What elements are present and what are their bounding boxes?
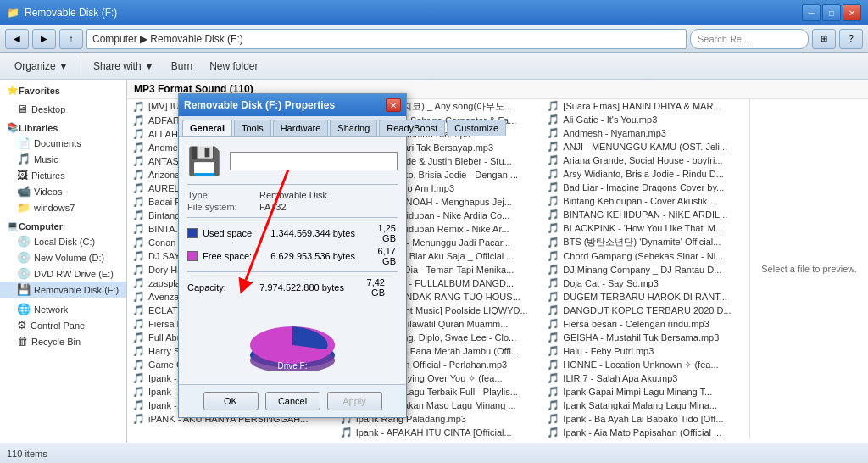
dialog-close-button[interactable]: ✕ [386, 98, 401, 112]
sidebar-item-recycle-bin[interactable]: 🗑 Recycle Bin [0, 333, 126, 349]
list-item[interactable]: 🎵DJ Minang Company _ DJ Rantau D... [542, 263, 749, 276]
used-space-row: Used space: 1.344.569.344 bytes 1,25 GB [187, 223, 398, 243]
list-item[interactable]: 🎵ILIR 7 - Salah Apa Aku.mp3 [542, 371, 749, 385]
search-box[interactable]: Search Re... [690, 29, 809, 49]
file-icon: 🎵 [132, 345, 145, 357]
file-icon: 🎵 [132, 114, 145, 126]
preview-pane: Select a file to preview. [749, 99, 868, 438]
apply-button[interactable]: Apply [327, 392, 382, 410]
organize-button[interactable]: Organize ▼ [7, 55, 76, 77]
documents-icon: 📄 [17, 137, 31, 149]
disk-label-input[interactable] [230, 152, 398, 170]
favorites-header[interactable]: ⭐ Favorites [0, 83, 126, 98]
list-item[interactable]: 🎵Andmesh - Nyaman.mp3 [542, 126, 749, 140]
file-icon: 🎵 [547, 154, 559, 166]
disk-d-icon: 💿 [17, 251, 31, 264]
list-item[interactable]: 🎵BINTANG KEHIDUPAN - NIKE ARDIL... [542, 208, 749, 221]
sidebar-item-desktop[interactable]: 🖥 Desktop [0, 101, 126, 117]
tab-customize[interactable]: Customize [447, 120, 506, 136]
file-icon: 🎵 [340, 427, 353, 438]
list-item[interactable]: 🎵Halu - Feby Putri.mp3 [542, 344, 749, 358]
sidebar-item-volume-d[interactable]: 💿 New Volume (D:) [0, 249, 126, 265]
list-item[interactable]: 🎵Ipank - Ba Ayah Lai Babako Tido [Off... [542, 412, 749, 426]
list-item[interactable]: 🎵Ipank - APAKAH ITU CINTA [Official... [335, 426, 542, 438]
file-icon: 🎵 [547, 399, 559, 411]
sidebar-item-windows7[interactable]: 📁 windows7 [0, 199, 126, 215]
list-item[interactable]: 🎵Chord Gampang (Sebekas Sinar - Ni... [542, 249, 749, 263]
list-item[interactable]: 🎵Ariana Grande, Social House - boyfri... [542, 153, 749, 167]
burn-button[interactable]: Burn [164, 55, 200, 77]
list-item[interactable]: 🎵[Suara Emas] HANIN DHIYA & MAR... [542, 99, 749, 113]
address-path[interactable]: Computer ▶ Removable Disk (F:) [86, 29, 687, 49]
sidebar-item-dvd-e[interactable]: 💿 DVD RW Drive (E:) [0, 265, 126, 282]
tab-sharing[interactable]: Sharing [330, 120, 377, 136]
sidebar-item-network[interactable]: 🌐 Network [0, 301, 126, 317]
search-placeholder: Search Re... [698, 34, 749, 44]
forward-button[interactable]: ▶ [32, 29, 56, 49]
network-icon: 🌐 [17, 303, 31, 315]
library-icon: 📚 [7, 122, 19, 133]
videos-icon: 📹 [17, 185, 31, 198]
file-column-3: 🎵[Suara Emas] HANIN DHIYA & MAR... 🎵Ali … [542, 99, 749, 438]
file-icon: 🎵 [132, 237, 145, 248]
tab-hardware[interactable]: Hardware [273, 120, 329, 136]
type-label: Type: [187, 190, 259, 200]
file-icon: 🎵 [132, 332, 145, 343]
back-button[interactable]: ◀ [5, 29, 29, 49]
star-icon: ⭐ [7, 85, 19, 96]
type-value: Removable Disk [259, 190, 327, 200]
titlebar: 📁 Removable Disk (F:) ─ □ ✕ [0, 0, 868, 25]
list-item[interactable]: 🎵Ali Gatie - It's You.mp3 [542, 113, 749, 126]
maximize-button[interactable]: □ [822, 4, 841, 21]
list-item[interactable]: 🎵Bintang Kehidupan - Cover Akustik ... [542, 194, 749, 208]
close-button[interactable]: ✕ [843, 4, 861, 21]
sidebar-item-local-c[interactable]: 💿 Local Disk (C:) [0, 233, 126, 249]
list-item[interactable]: 🎵DANGDUT KOPLO TERBARU 2020 D... [542, 304, 749, 317]
tab-readyboost[interactable]: ReadyBoost [379, 120, 445, 136]
minimize-button[interactable]: ─ [802, 4, 821, 21]
sidebar-item-music[interactable]: 🎵 Music [0, 151, 126, 167]
file-icon: 🎵 [132, 386, 145, 398]
list-item[interactable]: 🎵Ipank - Aia Mato Papisahan (Official ..… [542, 426, 749, 438]
cancel-button[interactable]: Cancel [265, 392, 320, 410]
share-button[interactable]: Share with ▼ [86, 55, 162, 77]
sidebar-item-videos[interactable]: 📹 Videos [0, 183, 126, 199]
capacity-label: Capacity: [187, 282, 242, 293]
list-item[interactable]: 🎵ANJI - MENUNGGU KAMU (OST. Jeli... [542, 140, 749, 153]
addressbar: ◀ ▶ ↑ Computer ▶ Removable Disk (F:) Sea… [0, 25, 868, 53]
tab-tools[interactable]: Tools [234, 120, 271, 136]
list-item[interactable]: 🎵Ipank Gapai Mimpi Lagu Minang T... [542, 385, 749, 399]
ok-button[interactable]: OK [203, 392, 259, 410]
dvd-e-icon: 💿 [17, 267, 31, 280]
computer-header[interactable]: 💻 Computer [0, 219, 126, 233]
list-item[interactable]: 🎵Arsy Widianto, Brisia Jodie - Rindu D..… [542, 167, 749, 181]
preview-text: Select a file to preview. [754, 257, 864, 281]
tab-general[interactable]: General [182, 120, 232, 136]
view-button[interactable]: ⊞ [812, 29, 836, 49]
free-color-box [187, 251, 198, 261]
list-item[interactable]: 🎵DUGEM TERBARU HAROK DI RANT... [542, 290, 749, 304]
libraries-header[interactable]: 📚 Libraries [0, 120, 126, 135]
file-icon: 🎵 [132, 155, 145, 167]
removable-f-icon: 💾 [17, 283, 31, 296]
favorites-section: ⭐ Favorites [0, 83, 126, 98]
new-folder-button[interactable]: New folder [202, 55, 265, 77]
dialog-title: Removable Disk (F:) Properties [184, 99, 335, 111]
sidebar-item-control-panel[interactable]: ⚙ Control Panel [0, 317, 126, 333]
list-item[interactable]: 🎵Bad Liar - Imagine Dragons Cover by... [542, 181, 749, 194]
list-item[interactable]: 🎵Fiersa besari - Celengan rindu.mp3 [542, 317, 749, 331]
help-button[interactable]: ? [839, 29, 863, 49]
free-space-bytes: 6.629.953.536 bytes [270, 251, 355, 261]
sidebar-item-removable-f[interactable]: 💾 Removable Disk (F:) [0, 282, 126, 298]
sidebar-item-pictures[interactable]: 🖼 Pictures [0, 167, 126, 183]
toolbar: Organize ▼ Share with ▼ Burn New folder [0, 53, 868, 80]
list-item[interactable]: 🎵Ipank Satangkai Malang Lagu Mina... [542, 399, 749, 412]
list-item[interactable]: 🎵GEISHA - Mustahil Tuk Bersama.mp3 [542, 331, 749, 344]
list-item[interactable]: 🎵HONNE - Location Unknown ✧ (fea... [542, 358, 749, 371]
sidebar-item-documents[interactable]: 📄 Documents [0, 135, 126, 151]
list-item[interactable]: 🎵BTS (방탄소년단) 'Dynamite' Official... [542, 235, 749, 249]
up-button[interactable]: ↑ [59, 29, 83, 49]
list-item[interactable]: 🎵Doja Cat - Say So.mp3 [542, 276, 749, 290]
file-icon: 🎵 [547, 427, 559, 438]
list-item[interactable]: 🎵BLACKPINK - 'How You Like That' M... [542, 221, 749, 235]
